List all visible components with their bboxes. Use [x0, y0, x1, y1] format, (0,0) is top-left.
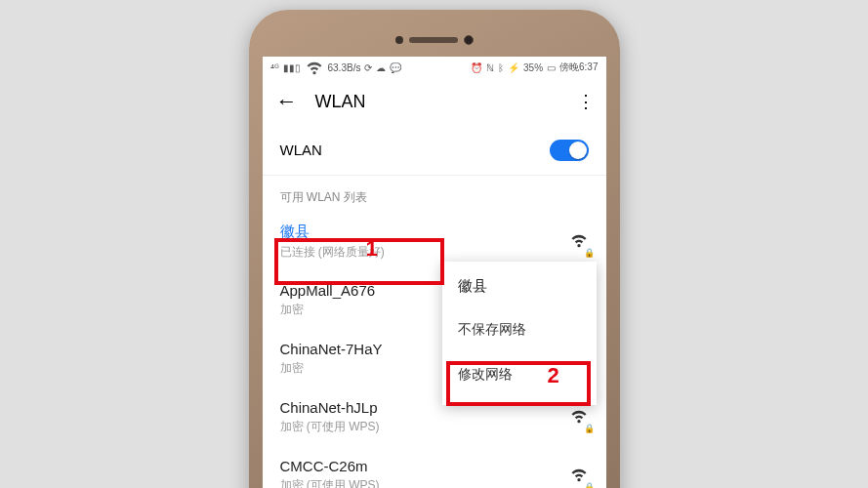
- app-header: ← WLAN ⋮: [263, 78, 606, 125]
- alarm-icon: ⏰: [471, 62, 482, 73]
- context-menu-title: 徽县: [442, 269, 597, 307]
- wifi-mini-icon: [305, 57, 324, 78]
- annotation-number-2: 2: [548, 363, 559, 388]
- context-menu: 徽县 不保存网络 修改网络: [442, 262, 597, 405]
- cloud-icon: ☁: [376, 62, 386, 73]
- signal-icon: ▮▮▯: [283, 62, 301, 73]
- wlan-toggle-switch[interactable]: [550, 140, 589, 161]
- wifi-network-item[interactable]: CMCC-C26m加密 (可使用 WPS)🔒: [263, 446, 606, 488]
- battery-icon: ▭: [547, 62, 556, 73]
- wifi-name: ChinaNet-7HaY: [280, 341, 383, 357]
- wifi-status: 加密 (可使用 WPS): [280, 477, 380, 489]
- wifi-status: 加密: [280, 302, 376, 318]
- wifi-signal-icon: 🔒: [569, 464, 589, 488]
- context-menu-forget[interactable]: 不保存网络: [442, 307, 597, 352]
- proximity-sensor: [395, 36, 403, 44]
- wifi-status: 加密 (可使用 WPS): [280, 419, 380, 435]
- earpiece-speaker: [409, 37, 458, 43]
- net-speed: 63.3B/s: [328, 62, 361, 73]
- wlan-toggle-row: WLAN: [263, 125, 606, 176]
- annotation-number-1: 1: [366, 236, 378, 262]
- phone-frame: ⁴ᴳ ▮▮▯ 63.3B/s ⟳ ☁ 💬 ⏰ ℕ ᛒ ⚡ 35% ▭ 傍晚6:3…: [249, 10, 620, 488]
- wifi-status: 加密: [280, 360, 383, 377]
- notification-icon: 💬: [390, 62, 401, 73]
- lte-label: ⁴ᴳ: [270, 62, 279, 73]
- page-title: WLAN: [315, 92, 559, 112]
- wifi-name: CMCC-C26m: [280, 458, 380, 474]
- bezel-top: [263, 23, 606, 57]
- more-icon[interactable]: ⋮: [577, 91, 593, 112]
- available-networks-label: 可用 WLAN 列表: [263, 176, 606, 212]
- status-right: ⏰ ℕ ᛒ ⚡ 35% ▭ 傍晚6:37: [471, 61, 598, 74]
- battery-pct: 35%: [523, 62, 543, 73]
- wlan-toggle-label: WLAN: [280, 142, 322, 158]
- toggle-knob: [569, 142, 587, 159]
- charge-icon: ⚡: [508, 62, 519, 73]
- front-camera: [464, 35, 474, 45]
- back-icon[interactable]: ←: [276, 89, 298, 114]
- wifi-info: CMCC-C26m加密 (可使用 WPS): [280, 458, 380, 489]
- status-bar: ⁴ᴳ ▮▮▯ 63.3B/s ⟳ ☁ 💬 ⏰ ℕ ᛒ ⚡ 35% ▭ 傍晚6:3…: [263, 57, 606, 78]
- wifi-info: ChinaNet-7HaY加密: [280, 341, 383, 377]
- nfc-icon: ℕ: [486, 62, 494, 73]
- status-left: ⁴ᴳ ▮▮▯ 63.3B/s ⟳ ☁ 💬: [270, 57, 402, 78]
- sync-icon: ⟳: [364, 62, 372, 73]
- context-menu-modify[interactable]: 修改网络: [442, 352, 597, 397]
- wifi-info: ChinaNet-hJLp加密 (可使用 WPS): [280, 399, 380, 435]
- wifi-name: ChinaNet-hJLp: [280, 399, 380, 416]
- wifi-name: AppMall_A676: [280, 282, 376, 299]
- screen: ⁴ᴳ ▮▮▯ 63.3B/s ⟳ ☁ 💬 ⏰ ℕ ᛒ ⚡ 35% ▭ 傍晚6:3…: [263, 57, 606, 488]
- clock-time: 傍晚6:37: [559, 61, 598, 74]
- bluetooth-icon: ᛒ: [498, 62, 504, 73]
- wifi-info: AppMall_A676加密: [280, 282, 376, 318]
- wifi-signal-icon: 🔒: [569, 229, 589, 254]
- wifi-signal-icon: 🔒: [569, 405, 589, 429]
